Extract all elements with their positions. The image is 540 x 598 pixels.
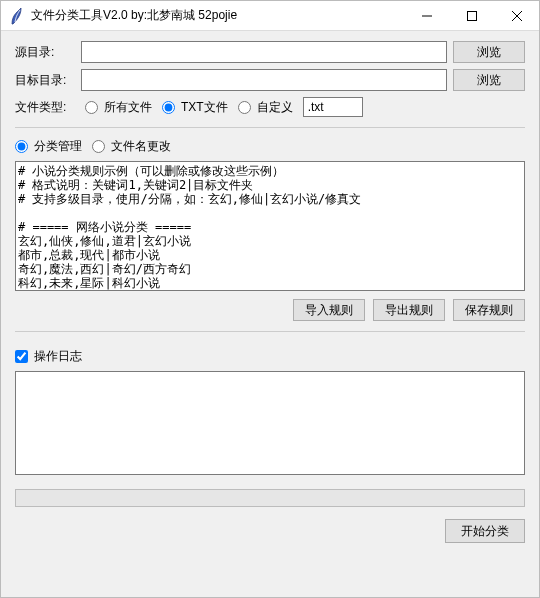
browse-source-button[interactable]: 浏览 <box>453 41 525 63</box>
save-rules-button[interactable]: 保存规则 <box>453 299 525 321</box>
mode-rename-label: 文件名更改 <box>111 138 171 155</box>
target-dir-input[interactable] <box>81 69 447 91</box>
file-type-all-label: 所有文件 <box>104 99 152 116</box>
close-button[interactable] <box>494 1 539 31</box>
app-icon <box>6 6 26 26</box>
file-type-custom-radio[interactable]: 自定义 <box>238 99 293 116</box>
log-check-row: 操作日志 <box>15 348 525 365</box>
start-button[interactable]: 开始分类 <box>445 519 525 543</box>
log-textarea[interactable] <box>15 371 525 475</box>
export-rules-button[interactable]: 导出规则 <box>373 299 445 321</box>
separator-2 <box>15 331 525 332</box>
titlebar: 文件分类工具V2.0 by:北梦南城 52pojie <box>1 1 539 31</box>
rules-button-row: 导入规则 导出规则 保存规则 <box>15 299 525 321</box>
app-window: 文件分类工具V2.0 by:北梦南城 52pojie 源目录: 浏览 目标目录:… <box>0 0 540 598</box>
mode-rename-radio[interactable]: 文件名更改 <box>92 138 171 155</box>
source-dir-label: 源目录: <box>15 44 75 61</box>
source-dir-row: 源目录: 浏览 <box>15 41 525 63</box>
file-type-txt-radio[interactable]: TXT文件 <box>162 99 228 116</box>
rules-textarea[interactable] <box>15 161 525 291</box>
file-type-txt-label: TXT文件 <box>181 99 228 116</box>
file-type-custom-label: 自定义 <box>257 99 293 116</box>
target-dir-label: 目标目录: <box>15 72 75 89</box>
mode-row: 分类管理 文件名更改 <box>15 138 525 155</box>
content-area: 源目录: 浏览 目标目录: 浏览 文件类型: 所有文件 TXT文件 自定义 <box>1 31 539 597</box>
file-type-row: 文件类型: 所有文件 TXT文件 自定义 <box>15 97 525 117</box>
file-ext-input[interactable] <box>303 97 363 117</box>
minimize-button[interactable] <box>404 1 449 31</box>
browse-target-button[interactable]: 浏览 <box>453 69 525 91</box>
file-type-label: 文件类型: <box>15 99 75 116</box>
import-rules-button[interactable]: 导入规则 <box>293 299 365 321</box>
mode-classify-label: 分类管理 <box>34 138 82 155</box>
maximize-button[interactable] <box>449 1 494 31</box>
target-dir-row: 目标目录: 浏览 <box>15 69 525 91</box>
file-type-all-radio[interactable]: 所有文件 <box>85 99 152 116</box>
log-checkbox[interactable]: 操作日志 <box>15 348 82 365</box>
start-row: 开始分类 <box>15 519 525 543</box>
source-dir-input[interactable] <box>81 41 447 63</box>
mode-classify-radio[interactable]: 分类管理 <box>15 138 82 155</box>
window-title: 文件分类工具V2.0 by:北梦南城 52pojie <box>31 7 404 24</box>
svg-rect-1 <box>467 11 476 20</box>
progress-bar <box>15 489 525 507</box>
log-checkbox-label: 操作日志 <box>34 348 82 365</box>
separator-1 <box>15 127 525 128</box>
